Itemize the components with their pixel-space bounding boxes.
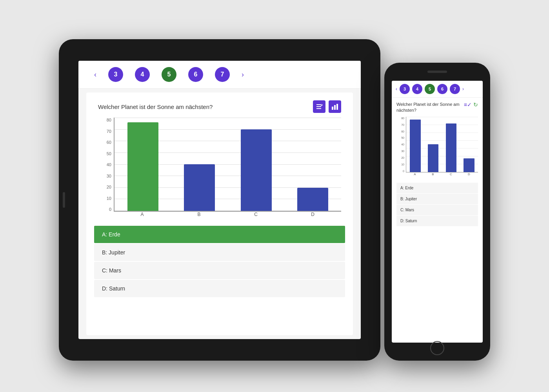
tablet-bar-A xyxy=(127,122,158,211)
bar-chart-icon xyxy=(331,103,338,110)
phone-nav-3[interactable]: 3 xyxy=(400,84,410,94)
tablet-x-label-D: D xyxy=(284,212,341,220)
tablet-answer-B[interactable]: B: Jupiter xyxy=(94,244,345,261)
y-label-10: 10 xyxy=(107,196,111,201)
tablet-bar-group-D xyxy=(285,118,342,211)
tablet-checklist-icon-btn[interactable] xyxy=(313,100,325,113)
tablet-x-label-B: B xyxy=(171,212,227,220)
tablet-bar-C xyxy=(241,129,272,211)
phone-answer-D[interactable]: D: Saturn xyxy=(396,216,478,226)
svg-rect-5 xyxy=(336,104,338,110)
phone-bar-B xyxy=(428,144,438,172)
tablet-prev-arrow[interactable]: ‹ xyxy=(94,71,96,79)
tablet-x-label-A: A xyxy=(114,212,171,220)
tablet-nav-7[interactable]: 7 xyxy=(215,67,230,82)
y-label-0: 0 xyxy=(109,207,111,212)
phone-x-label-A: A xyxy=(406,172,424,180)
phone-bar-D xyxy=(464,158,474,172)
tablet-x-axis: A B C D xyxy=(114,212,341,220)
y-label-50: 50 xyxy=(107,151,111,156)
scene: ‹ 3 4 5 6 7 › Welcher Planet ist der Son… xyxy=(59,24,490,368)
phone-next-arrow[interactable]: › xyxy=(462,86,464,92)
tablet-nav-6[interactable]: 6 xyxy=(188,67,203,82)
tablet-content: Welcher Planet ist der Sonne am nächsten… xyxy=(86,93,353,335)
svg-rect-3 xyxy=(332,107,333,110)
y-label-70: 70 xyxy=(107,129,111,134)
tablet-bar-group-C xyxy=(228,118,285,211)
phone-prev-arrow[interactable]: ‹ xyxy=(396,86,397,92)
tablet-bar-B xyxy=(184,164,215,211)
phone-bar-group-B xyxy=(424,117,442,172)
phone-x-axis: A B C D xyxy=(406,172,478,180)
y-label-40: 40 xyxy=(107,162,111,167)
phone-chart-inner xyxy=(406,117,478,172)
y-label-80: 80 xyxy=(107,118,111,122)
tablet-question-text: Welcher Planet ist der Sonne am nächsten… xyxy=(98,103,213,110)
phone-content: Welcher Planet ist der Sonne am nächsten… xyxy=(392,98,483,343)
tablet-y-axis: 80 70 60 50 40 30 20 10 0 xyxy=(98,118,113,212)
svg-rect-4 xyxy=(334,105,336,110)
tablet-bar-D xyxy=(297,188,328,211)
tablet-x-label-C: C xyxy=(227,212,284,220)
tablet-next-arrow[interactable]: › xyxy=(242,71,244,79)
phone-speaker xyxy=(427,71,447,73)
y-label-20: 20 xyxy=(107,185,111,189)
phone-bar-A xyxy=(410,120,420,172)
phone-bar-C xyxy=(446,123,456,172)
phone-nav-7[interactable]: 7 xyxy=(450,84,460,94)
phone-chart-container: 80 70 60 50 40 30 20 10 0 xyxy=(396,117,478,180)
tablet-chart-container: 80 70 60 50 40 30 20 10 0 xyxy=(98,118,341,220)
phone-answer-B[interactable]: B: Jupiter xyxy=(396,194,478,204)
phone-navbar: ‹ 3 4 5 6 7 › xyxy=(392,81,483,98)
phone-x-label-B: B xyxy=(424,172,442,180)
tablet-device: ‹ 3 4 5 6 7 › Welcher Planet ist der Son… xyxy=(59,39,380,361)
y-label-30: 30 xyxy=(107,174,111,178)
tablet-answer-A[interactable]: A: Erde xyxy=(94,226,345,243)
phone-header-icons: ≡✓ ↻ xyxy=(464,102,478,108)
tablet-nav-4[interactable]: 4 xyxy=(135,67,150,82)
phone-answer-A[interactable]: A: Erde xyxy=(396,183,478,193)
tablet-header-icons xyxy=(313,100,341,113)
phone-x-label-D: D xyxy=(460,172,478,180)
tablet-navbar: ‹ 3 4 5 6 7 › xyxy=(78,61,361,89)
phone-nav-4[interactable]: 4 xyxy=(412,84,422,94)
phone-y-axis: 80 70 60 50 40 30 20 10 0 xyxy=(396,117,405,172)
phone-nav-6[interactable]: 6 xyxy=(437,84,447,94)
tablet-nav-5[interactable]: 5 xyxy=(162,67,176,82)
phone-x-label-C: C xyxy=(442,172,460,180)
tablet-bars xyxy=(115,118,341,211)
tablet-screen: ‹ 3 4 5 6 7 › Welcher Planet ist der Son… xyxy=(78,61,361,339)
tablet-bezel xyxy=(63,192,65,208)
phone-nav-5[interactable]: 5 xyxy=(425,84,435,94)
phone-answers: A: Erde B: Jupiter C: Mars D: Saturn xyxy=(396,183,478,226)
phone-bar-group-A xyxy=(406,117,424,172)
phone-bar-group-C xyxy=(442,117,460,172)
tablet-chart-inner xyxy=(114,118,341,212)
tablet-bar-group-A xyxy=(115,118,171,211)
phone-question-text: Welcher Planet ist der Sonne am nächsten… xyxy=(396,102,461,114)
phone-screen: ‹ 3 4 5 6 7 › Welcher Planet ist der Son… xyxy=(392,81,483,343)
phone-question-header: Welcher Planet ist der Sonne am nächsten… xyxy=(396,102,478,114)
y-label-60: 60 xyxy=(107,140,111,145)
phone-checklist-icon[interactable]: ≡✓ xyxy=(464,102,472,108)
phone-answer-C[interactable]: C: Mars xyxy=(396,205,478,215)
phone-bars xyxy=(406,117,478,172)
phone-refresh-icon[interactable]: ↻ xyxy=(473,102,478,108)
tablet-nav-3[interactable]: 3 xyxy=(108,67,123,82)
phone-home-button[interactable] xyxy=(430,341,444,355)
checklist-icon xyxy=(316,104,323,109)
tablet-question-header: Welcher Planet ist der Sonne am nächsten… xyxy=(98,100,341,113)
tablet-bar-group-B xyxy=(171,118,228,211)
phone-bar-group-D xyxy=(460,117,478,172)
tablet-answer-D[interactable]: D: Saturn xyxy=(94,280,345,297)
tablet-answer-C[interactable]: C: Mars xyxy=(94,262,345,279)
tablet-answers: A: Erde B: Jupiter C: Mars D: Saturn xyxy=(94,226,345,297)
tablet-chart-icon-btn[interactable] xyxy=(329,100,341,113)
phone-device: ‹ 3 4 5 6 7 › Welcher Planet ist der Son… xyxy=(384,63,490,361)
